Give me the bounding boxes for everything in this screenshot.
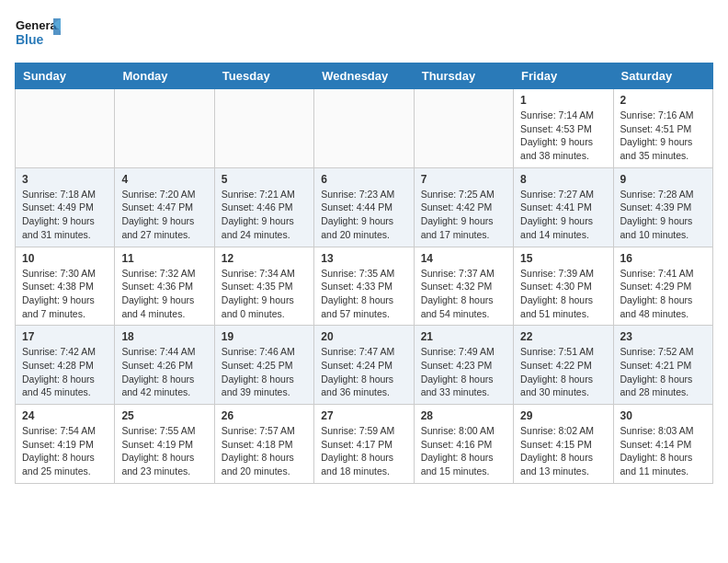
week-row-5: 24Sunrise: 7:54 AM Sunset: 4:19 PM Dayli…	[16, 405, 713, 484]
weekday-header-sunday: Sunday	[16, 63, 115, 89]
day-number: 27	[321, 409, 406, 422]
day-info: Sunrise: 7:44 AM Sunset: 4:26 PM Dayligh…	[121, 345, 207, 399]
weekday-header-tuesday: Tuesday	[214, 63, 313, 89]
day-info: Sunrise: 7:16 AM Sunset: 4:51 PM Dayligh…	[620, 109, 706, 163]
day-cell: 23Sunrise: 7:52 AM Sunset: 4:21 PM Dayli…	[613, 326, 712, 405]
day-number: 20	[321, 330, 406, 343]
day-cell: 25Sunrise: 7:55 AM Sunset: 4:19 PM Dayli…	[115, 405, 214, 484]
day-info: Sunrise: 8:02 AM Sunset: 4:15 PM Dayligh…	[520, 424, 606, 478]
weekday-header-friday: Friday	[514, 63, 613, 89]
day-cell: 7Sunrise: 7:25 AM Sunset: 4:42 PM Daylig…	[414, 167, 513, 247]
day-number: 18	[121, 330, 207, 343]
day-info: Sunrise: 7:59 AM Sunset: 4:17 PM Dayligh…	[321, 424, 406, 478]
day-cell	[115, 89, 214, 168]
day-number: 15	[520, 252, 606, 265]
day-cell	[414, 89, 513, 168]
header: General Blue	[15, 15, 713, 55]
day-number: 24	[22, 409, 108, 422]
day-info: Sunrise: 7:20 AM Sunset: 4:47 PM Dayligh…	[121, 188, 207, 242]
day-info: Sunrise: 7:34 AM Sunset: 4:35 PM Dayligh…	[222, 267, 307, 321]
day-cell	[16, 89, 115, 168]
day-number: 8	[520, 173, 606, 186]
day-cell: 15Sunrise: 7:39 AM Sunset: 4:30 PM Dayli…	[514, 247, 613, 326]
day-number: 12	[222, 252, 307, 265]
day-number: 5	[222, 173, 307, 186]
day-info: Sunrise: 7:51 AM Sunset: 4:22 PM Dayligh…	[520, 345, 606, 399]
day-info: Sunrise: 7:35 AM Sunset: 4:33 PM Dayligh…	[321, 267, 406, 321]
day-number: 7	[421, 173, 506, 186]
day-number: 9	[620, 173, 706, 186]
week-row-2: 3Sunrise: 7:18 AM Sunset: 4:49 PM Daylig…	[16, 167, 713, 247]
weekday-header-monday: Monday	[115, 63, 214, 89]
day-info: Sunrise: 7:42 AM Sunset: 4:28 PM Dayligh…	[22, 345, 108, 399]
day-info: Sunrise: 7:47 AM Sunset: 4:24 PM Dayligh…	[321, 345, 406, 399]
day-cell: 22Sunrise: 7:51 AM Sunset: 4:22 PM Dayli…	[514, 326, 613, 405]
day-cell: 8Sunrise: 7:27 AM Sunset: 4:41 PM Daylig…	[514, 167, 613, 247]
day-info: Sunrise: 7:28 AM Sunset: 4:39 PM Dayligh…	[620, 188, 706, 242]
day-info: Sunrise: 7:27 AM Sunset: 4:41 PM Dayligh…	[520, 188, 606, 242]
day-cell: 19Sunrise: 7:46 AM Sunset: 4:25 PM Dayli…	[214, 326, 313, 405]
day-info: Sunrise: 7:14 AM Sunset: 4:53 PM Dayligh…	[520, 109, 606, 163]
day-cell: 2Sunrise: 7:16 AM Sunset: 4:51 PM Daylig…	[613, 89, 712, 168]
weekday-header-thursday: Thursday	[414, 63, 513, 89]
day-info: Sunrise: 7:54 AM Sunset: 4:19 PM Dayligh…	[22, 424, 108, 478]
day-cell: 18Sunrise: 7:44 AM Sunset: 4:26 PM Dayli…	[115, 326, 214, 405]
day-cell: 29Sunrise: 8:02 AM Sunset: 4:15 PM Dayli…	[514, 405, 613, 484]
day-cell: 28Sunrise: 8:00 AM Sunset: 4:16 PM Dayli…	[414, 405, 513, 484]
day-cell: 24Sunrise: 7:54 AM Sunset: 4:19 PM Dayli…	[16, 405, 115, 484]
day-number: 16	[620, 252, 706, 265]
day-number: 29	[520, 409, 606, 422]
day-cell: 26Sunrise: 7:57 AM Sunset: 4:18 PM Dayli…	[214, 405, 313, 484]
day-number: 17	[22, 330, 108, 343]
day-number: 11	[121, 252, 207, 265]
day-cell: 21Sunrise: 7:49 AM Sunset: 4:23 PM Dayli…	[414, 326, 513, 405]
day-number: 26	[222, 409, 307, 422]
day-cell: 16Sunrise: 7:41 AM Sunset: 4:29 PM Dayli…	[613, 247, 712, 326]
day-info: Sunrise: 7:41 AM Sunset: 4:29 PM Dayligh…	[620, 267, 706, 321]
day-cell: 1Sunrise: 7:14 AM Sunset: 4:53 PM Daylig…	[514, 89, 613, 168]
day-cell: 4Sunrise: 7:20 AM Sunset: 4:47 PM Daylig…	[115, 167, 214, 247]
day-cell: 9Sunrise: 7:28 AM Sunset: 4:39 PM Daylig…	[613, 167, 712, 247]
logo: General Blue	[15, 15, 61, 55]
day-cell: 6Sunrise: 7:23 AM Sunset: 4:44 PM Daylig…	[314, 167, 414, 247]
day-info: Sunrise: 7:46 AM Sunset: 4:25 PM Dayligh…	[222, 345, 307, 399]
day-cell: 20Sunrise: 7:47 AM Sunset: 4:24 PM Dayli…	[314, 326, 414, 405]
day-cell: 11Sunrise: 7:32 AM Sunset: 4:36 PM Dayli…	[115, 247, 214, 326]
week-row-4: 17Sunrise: 7:42 AM Sunset: 4:28 PM Dayli…	[16, 326, 713, 405]
day-cell: 17Sunrise: 7:42 AM Sunset: 4:28 PM Dayli…	[16, 326, 115, 405]
day-info: Sunrise: 7:23 AM Sunset: 4:44 PM Dayligh…	[321, 188, 406, 242]
day-cell: 12Sunrise: 7:34 AM Sunset: 4:35 PM Dayli…	[214, 247, 313, 326]
day-info: Sunrise: 7:37 AM Sunset: 4:32 PM Dayligh…	[421, 267, 506, 321]
day-number: 6	[321, 173, 406, 186]
day-number: 13	[321, 252, 406, 265]
day-info: Sunrise: 7:57 AM Sunset: 4:18 PM Dayligh…	[222, 424, 307, 478]
day-cell	[314, 89, 414, 168]
day-number: 23	[620, 330, 706, 343]
day-info: Sunrise: 7:18 AM Sunset: 4:49 PM Dayligh…	[22, 188, 108, 242]
day-cell: 14Sunrise: 7:37 AM Sunset: 4:32 PM Dayli…	[414, 247, 513, 326]
day-info: Sunrise: 8:00 AM Sunset: 4:16 PM Dayligh…	[421, 424, 506, 478]
weekday-header-saturday: Saturday	[613, 63, 712, 89]
day-cell: 13Sunrise: 7:35 AM Sunset: 4:33 PM Dayli…	[314, 247, 414, 326]
day-number: 19	[222, 330, 307, 343]
day-number: 1	[520, 94, 606, 107]
day-number: 28	[421, 409, 506, 422]
day-info: Sunrise: 7:30 AM Sunset: 4:38 PM Dayligh…	[22, 267, 108, 321]
day-cell: 30Sunrise: 8:03 AM Sunset: 4:14 PM Dayli…	[613, 405, 712, 484]
day-info: Sunrise: 8:03 AM Sunset: 4:14 PM Dayligh…	[620, 424, 706, 478]
day-cell: 3Sunrise: 7:18 AM Sunset: 4:49 PM Daylig…	[16, 167, 115, 247]
day-number: 30	[620, 409, 706, 422]
day-cell	[214, 89, 313, 168]
logo-svg: General Blue	[15, 15, 61, 55]
day-number: 10	[22, 252, 108, 265]
day-cell: 5Sunrise: 7:21 AM Sunset: 4:46 PM Daylig…	[214, 167, 313, 247]
day-info: Sunrise: 7:49 AM Sunset: 4:23 PM Dayligh…	[421, 345, 506, 399]
weekday-header-wednesday: Wednesday	[314, 63, 414, 89]
day-number: 4	[121, 173, 207, 186]
day-info: Sunrise: 7:55 AM Sunset: 4:19 PM Dayligh…	[121, 424, 207, 478]
day-number: 25	[121, 409, 207, 422]
weekday-header-row: SundayMondayTuesdayWednesdayThursdayFrid…	[16, 63, 713, 89]
week-row-1: 1Sunrise: 7:14 AM Sunset: 4:53 PM Daylig…	[16, 89, 713, 168]
calendar: SundayMondayTuesdayWednesdayThursdayFrid…	[15, 63, 713, 484]
svg-text:Blue: Blue	[16, 32, 44, 47]
